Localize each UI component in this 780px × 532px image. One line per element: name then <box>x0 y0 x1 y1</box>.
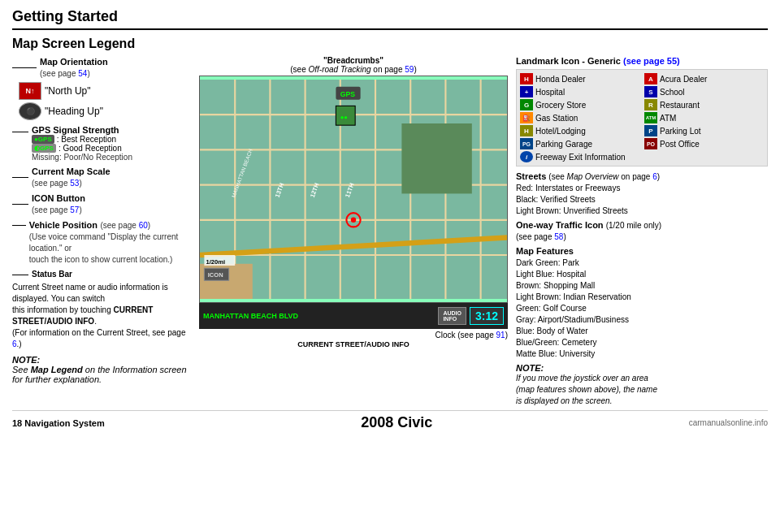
landmark-parking-lot: P Parking Lot <box>644 125 764 136</box>
landmark-honda: H Honda Dealer <box>520 73 639 84</box>
gps-section: GPS Signal Strength ●GPS : Best Receptio… <box>12 125 191 162</box>
gps-good-label: : Good Reception <box>58 144 122 153</box>
map-container: 13TH 12TH 11TH MANHATTAN BEACH GPS ●● 1/… <box>199 76 508 303</box>
footer-page: 18 Navigation System <box>12 418 105 428</box>
map-area: "Breadcrumbs" (see Off-road Tracking on … <box>199 56 508 407</box>
north-up-label: "North Up" <box>45 85 91 97</box>
map-features-text: Dark Green: Park Light Blue: Hospital Br… <box>516 257 768 360</box>
audio-info-button[interactable]: AUDIO INFO <box>438 307 466 325</box>
vehicle-position-label: Vehicle Position <box>29 220 98 230</box>
landmark-grid: H Honda Dealer A Acura Dealer + Hospital… <box>516 69 768 167</box>
landmark-parking-garage: PG Parking Garage <box>520 138 639 149</box>
status-bar-title: Status Bar <box>32 269 72 280</box>
gps-best-label: : Best Reception <box>57 135 116 144</box>
bottom-note: NOTE: See Map Legend on the Information … <box>12 355 191 384</box>
landmark-hotel: H Hotel/Lodging <box>520 125 639 136</box>
restaurant-icon: R <box>644 99 657 110</box>
vehicle-position-desc: (Use voice command "Display the current … <box>29 232 179 264</box>
freeway-icon: i <box>520 151 533 162</box>
map-features-header: Map Features <box>516 246 768 256</box>
gps-title: GPS Signal Strength <box>32 125 132 135</box>
icon-button-ref: (see page 57) <box>32 205 82 214</box>
landmark-atm: ATM ATM <box>644 112 764 123</box>
map-orientation-ref: (see page 54) <box>40 69 90 78</box>
north-up-row: N↑ "North Up" <box>19 82 191 100</box>
footer-watermark: carmanualsonline.info <box>689 418 768 427</box>
freeway-row: i Freeway Exit Information <box>520 151 764 162</box>
bottom-footer: 18 Navigation System 2008 Civic carmanua… <box>12 410 768 431</box>
post-office-icon: PO <box>644 138 657 149</box>
honda-icon: H <box>520 73 533 84</box>
svg-text:GPS: GPS <box>340 90 355 98</box>
icon-button-section: ICON Button (see page 57) <box>12 192 191 215</box>
svg-text:●●: ●● <box>340 114 348 121</box>
clock-label: Clock <box>435 331 455 340</box>
vehicle-position-section: Vehicle Position (see page 60) (Use voic… <box>12 219 191 265</box>
map-scale-label: Current Map Scale <box>32 167 110 176</box>
landmark-hospital: + Hospital <box>520 86 639 97</box>
landmark-grocery: G Grocery Store <box>520 99 639 110</box>
svg-point-22 <box>351 218 356 223</box>
vehicle-position-ref: (see page 60) <box>100 221 150 230</box>
svg-text:1/20mi: 1/20mi <box>206 258 226 266</box>
heading-up-label: "Heading Up" <box>45 106 103 117</box>
gps-poor-label: Missing: Poor/No Reception <box>32 153 132 162</box>
status-bar-section: Status Bar Current Street name or audio … <box>12 269 191 350</box>
hospital-icon: + <box>520 86 533 97</box>
atm-icon: ATM <box>644 112 657 123</box>
heading-up-icon: ⚫ <box>19 102 41 120</box>
hotel-icon: H <box>520 125 533 136</box>
right-note-text: If you move the joystick over an area (m… <box>516 373 768 407</box>
streets-text: Red: Interstates or Freeways Black: Veri… <box>516 183 768 217</box>
clock-ref: (see page 91) <box>457 331 508 340</box>
page-title: Getting Started <box>12 8 768 30</box>
note-label: NOTE: <box>12 355 40 365</box>
landmark-school: S School <box>644 86 764 97</box>
right-panel: Landmark Icon - Generic (see page 55) H … <box>516 56 768 407</box>
right-note-label: NOTE: <box>516 363 768 373</box>
acura-icon: A <box>644 73 657 84</box>
landmark-header: Landmark Icon - Generic (see page 55) <box>516 56 768 66</box>
landmark-restaurant: R Restaurant <box>644 99 764 110</box>
footer-center: 2008 Civic <box>361 414 432 431</box>
north-up-icon: N↑ <box>19 82 41 100</box>
svg-rect-16 <box>401 123 471 193</box>
oneway-header: One-way Traffic Icon (1/20 mile only) <box>516 220 768 230</box>
streets-header: Streets (see Map Overview on page 6) <box>516 171 768 181</box>
map-orientation-label: Map Orientation <box>40 57 108 67</box>
grocery-icon: G <box>520 99 533 110</box>
breadcrumbs-label: "Breadcrumbs" (see Off-road Tracking on … <box>199 56 508 74</box>
map-bottom-bar: MANHATTAN BEACH BLVD AUDIO INFO 3:12 <box>199 303 508 329</box>
clock-display: 3:12 <box>470 307 504 325</box>
landmark-post-office: PO Post Office <box>644 138 764 149</box>
svg-text:ICON: ICON <box>208 271 223 279</box>
section-title: Map Screen Legend <box>12 37 768 51</box>
heading-up-row: ⚫ "Heading Up" <box>19 102 191 120</box>
current-street-info-label: CURRENT STREET/AUDIO INFO <box>199 340 508 348</box>
map-svg: 13TH 12TH 11TH MANHATTAN BEACH GPS ●● 1/… <box>200 76 507 302</box>
landmark-gas: ⛽ Gas Station <box>520 112 639 123</box>
map-orientation-section: Map Orientation (see page 54) N↑ "North … <box>12 56 191 120</box>
street-name: MANHATTAN BEACH BLVD <box>203 312 435 320</box>
oneway-ref: (see page 58) <box>516 231 768 243</box>
right-note: NOTE: If you move the joystick over an a… <box>516 363 768 407</box>
gas-icon: ⛽ <box>520 112 533 123</box>
school-icon: S <box>644 86 657 97</box>
map-scale-ref: (see page 53) <box>32 179 82 188</box>
gps-best-icon: ●GPS <box>32 135 54 144</box>
left-panel: Map Orientation (see page 54) N↑ "North … <box>12 56 191 407</box>
clock-label-area: Clock (see page 91) <box>199 331 508 340</box>
parking-lot-icon: P <box>644 125 657 136</box>
gps-good-icon: ◐GPS <box>32 144 56 153</box>
map-scale-section: Current Map Scale (see page 53) <box>12 166 191 188</box>
icon-button-label: ICON Button <box>32 193 85 203</box>
freeway-label: Freeway Exit Information <box>535 153 626 162</box>
page-container: Getting Started Map Screen Legend Map Or… <box>0 0 780 532</box>
landmark-acura: A Acura Dealer <box>644 73 764 84</box>
parking-garage-icon: PG <box>520 138 533 149</box>
content-area: Map Orientation (see page 54) N↑ "North … <box>12 56 768 407</box>
status-bar-desc: Current Street name or audio information… <box>12 282 191 350</box>
